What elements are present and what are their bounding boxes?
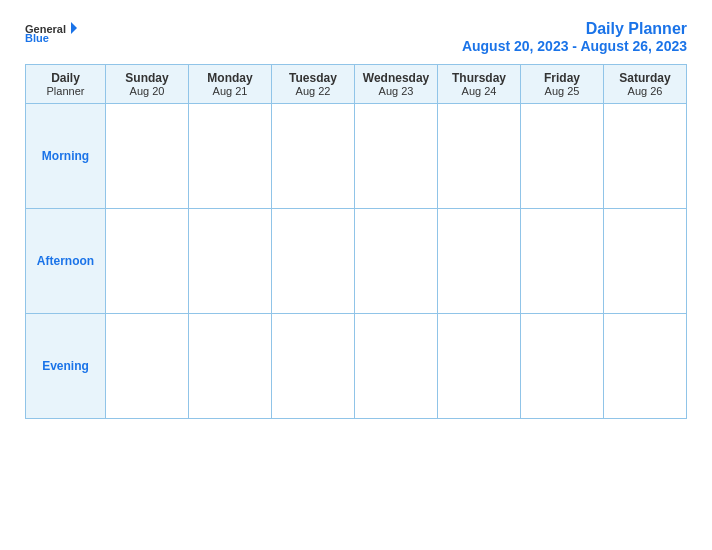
- afternoon-friday-cell[interactable]: [521, 209, 604, 314]
- col-header-tuesday: Tuesday Aug 22: [272, 65, 355, 104]
- afternoon-label: Afternoon: [26, 209, 106, 314]
- evening-thursday-cell[interactable]: [438, 314, 521, 419]
- title-area: Daily Planner August 20, 2023 - August 2…: [462, 20, 687, 54]
- col-header-friday: Friday Aug 25: [521, 65, 604, 104]
- col-header-saturday: Saturday Aug 26: [604, 65, 687, 104]
- title-main: Daily Planner: [462, 20, 687, 38]
- col-header-label: Daily Planner: [26, 65, 106, 104]
- evening-sunday-cell[interactable]: [106, 314, 189, 419]
- sunday-date: Aug 20: [110, 85, 184, 97]
- morning-row: Morning: [26, 104, 687, 209]
- friday-name: Friday: [525, 71, 599, 85]
- col-header-sunday: Sunday Aug 20: [106, 65, 189, 104]
- evening-monday-cell[interactable]: [189, 314, 272, 419]
- morning-monday-cell[interactable]: [189, 104, 272, 209]
- friday-date: Aug 25: [525, 85, 599, 97]
- tuesday-date: Aug 22: [276, 85, 350, 97]
- saturday-name: Saturday: [608, 71, 682, 85]
- title-date: August 20, 2023 - August 26, 2023: [462, 38, 687, 54]
- col-header-thursday: Thursday Aug 24: [438, 65, 521, 104]
- page: General Blue Daily Planner August 20, 20…: [11, 10, 701, 540]
- daily-planner-label-line1: Daily: [30, 71, 101, 85]
- evening-tuesday-cell[interactable]: [272, 314, 355, 419]
- evening-saturday-cell[interactable]: [604, 314, 687, 419]
- afternoon-wednesday-cell[interactable]: [355, 209, 438, 314]
- afternoon-thursday-cell[interactable]: [438, 209, 521, 314]
- sunday-name: Sunday: [110, 71, 184, 85]
- thursday-date: Aug 24: [442, 85, 516, 97]
- logo-icon: General Blue: [25, 20, 77, 42]
- morning-label: Morning: [26, 104, 106, 209]
- header: General Blue Daily Planner August 20, 20…: [25, 20, 687, 54]
- tuesday-name: Tuesday: [276, 71, 350, 85]
- daily-planner-label-line2: Planner: [30, 85, 101, 97]
- monday-name: Monday: [193, 71, 267, 85]
- col-header-monday: Monday Aug 21: [189, 65, 272, 104]
- morning-tuesday-cell[interactable]: [272, 104, 355, 209]
- morning-thursday-cell[interactable]: [438, 104, 521, 209]
- afternoon-monday-cell[interactable]: [189, 209, 272, 314]
- thursday-name: Thursday: [442, 71, 516, 85]
- morning-wednesday-cell[interactable]: [355, 104, 438, 209]
- afternoon-row: Afternoon: [26, 209, 687, 314]
- saturday-date: Aug 26: [608, 85, 682, 97]
- morning-sunday-cell[interactable]: [106, 104, 189, 209]
- evening-friday-cell[interactable]: [521, 314, 604, 419]
- svg-text:Blue: Blue: [25, 32, 49, 42]
- wednesday-date: Aug 23: [359, 85, 433, 97]
- afternoon-saturday-cell[interactable]: [604, 209, 687, 314]
- morning-friday-cell[interactable]: [521, 104, 604, 209]
- evening-row: Evening: [26, 314, 687, 419]
- col-header-wednesday: Wednesday Aug 23: [355, 65, 438, 104]
- monday-date: Aug 21: [193, 85, 267, 97]
- afternoon-sunday-cell[interactable]: [106, 209, 189, 314]
- evening-label: Evening: [26, 314, 106, 419]
- calendar-table: Daily Planner Sunday Aug 20 Monday Aug 2…: [25, 64, 687, 419]
- logo-area: General Blue: [25, 20, 77, 42]
- header-row: Daily Planner Sunday Aug 20 Monday Aug 2…: [26, 65, 687, 104]
- evening-wednesday-cell[interactable]: [355, 314, 438, 419]
- morning-saturday-cell[interactable]: [604, 104, 687, 209]
- svg-marker-2: [71, 22, 77, 34]
- afternoon-tuesday-cell[interactable]: [272, 209, 355, 314]
- wednesday-name: Wednesday: [359, 71, 433, 85]
